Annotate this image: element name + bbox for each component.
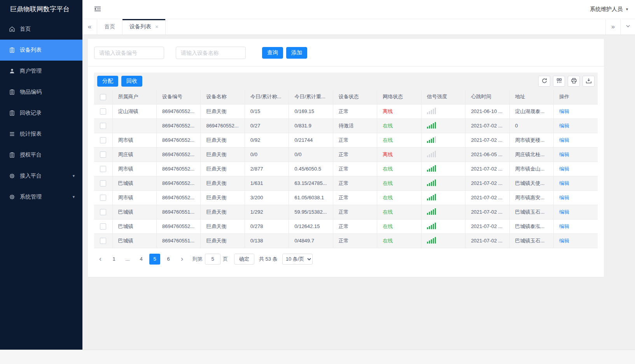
column-header: 今日/累计重... [289,90,333,104]
action-cell: 编辑 [554,205,598,219]
assign-button[interactable]: 分配 [97,76,118,87]
sidebar-item-system-management[interactable]: 系统管理▼ [0,186,82,207]
horizontal-scrollbar-track[interactable] [0,350,635,364]
signal-strength-indicator [427,150,436,157]
confirm-goto-button[interactable]: 确定 [234,254,254,265]
edit-link[interactable]: 编辑 [559,108,569,114]
table-row: 巴城镇8694760551...巨鼎天衡0/1380/4849.7正常在线202… [94,233,598,248]
next-page-button[interactable]: › [177,254,187,265]
sidebar-item-statistics-report[interactable]: 统计报表 [0,124,82,145]
edit-link[interactable]: 编辑 [559,152,569,157]
pagination: ‹ 1...456 › 到第 页 确定 共 53 条 10 条/页 [94,248,598,271]
page-size-select[interactable]: 10 条/页 [282,254,313,265]
page-button-6[interactable]: 6 [163,254,174,265]
edit-link[interactable]: 编辑 [559,238,569,244]
column-header: 心跳时间 [465,90,509,104]
sidebar-item-recycle-records[interactable]: 回收记录 [0,103,82,124]
today-total-count-cell: 0/92 [245,133,289,147]
device-number-input[interactable] [94,47,164,59]
row-checkbox[interactable] [100,152,106,158]
tab-首页[interactable]: 首页 [97,19,122,35]
search-bar: 查询 添加 [88,39,604,66]
action-cell: 编辑 [554,147,598,162]
close-icon[interactable]: × [155,24,158,30]
column-settings-button[interactable] [553,76,565,87]
goto-page-input[interactable] [205,254,220,265]
today-total-count-cell: 0/138 [245,233,289,248]
scroll-tabs-right-button[interactable]: » [605,19,620,35]
row-checkbox[interactable] [100,195,106,201]
device-name-cell: 巨鼎天衡 [201,147,245,162]
row-checkbox[interactable] [100,238,106,244]
signal-strength-indicator [427,179,436,186]
address-cell: 周市镇更楼... [509,133,553,147]
edit-link[interactable]: 编辑 [559,195,569,200]
double-chevron-left-icon: « [88,23,91,31]
edit-link[interactable]: 编辑 [559,209,569,215]
device-name-input[interactable] [176,47,246,59]
action-cell: 编辑 [554,176,598,190]
row-checkbox[interactable] [100,166,106,172]
edit-link[interactable]: 编辑 [559,123,569,129]
sidebar-item-label: 系统管理 [20,193,42,200]
row-select-cell [94,162,112,176]
sidebar-item-authorization-platform[interactable]: 授权平台 [0,145,82,165]
edit-link[interactable]: 编辑 [559,180,569,186]
sidebar-item-device-list[interactable]: 设备列表 [0,40,82,61]
device-status-cell: 正常 [333,162,377,176]
page-ellipsis[interactable]: ... [122,254,133,265]
row-select-cell [94,176,112,190]
device-status-cell: 正常 [333,104,377,118]
address-cell: 周市镇惠安... [509,190,553,205]
caret-down-icon: ▼ [72,195,75,199]
add-button[interactable]: 添加 [286,47,307,59]
merchant-cell: 巴城镇 [112,233,156,248]
row-checkbox[interactable] [100,108,106,115]
goto-label: 到第 [192,256,203,263]
select-all-checkbox[interactable] [100,94,106,100]
collapse-sidebar-button[interactable] [94,6,101,13]
page-button-4[interactable]: 4 [136,254,147,265]
print-button[interactable] [568,76,580,87]
page-button-5[interactable]: 5 [149,254,160,265]
edit-link[interactable]: 编辑 [559,223,569,229]
prev-page-button[interactable]: ‹ [95,254,106,265]
signal-strength-cell [421,233,465,248]
today-total-weight-cell: 0/21744 [289,133,333,147]
signal-strength-cell [421,205,465,219]
page-unit-label: 页 [223,256,228,263]
row-checkbox[interactable] [100,209,106,215]
sidebar-item-access-platform[interactable]: 接入平台▼ [0,165,82,186]
tab-设备列表[interactable]: 设备列表× [122,19,166,35]
export-button[interactable] [583,76,595,87]
sidebar-item-home[interactable]: 首页 [0,19,82,40]
table-row: 巴城镇8694760552...巨鼎天衡0/2780/12642.15正常在线2… [94,219,598,233]
sidebar-item-item-code[interactable]: 物品编码 [0,82,82,103]
edit-link[interactable]: 编辑 [559,137,569,143]
tab-options-button[interactable] [620,19,635,35]
sidebar-item-label: 设备列表 [20,47,42,54]
scroll-tabs-left-button[interactable]: « [82,19,97,35]
edit-link[interactable]: 编辑 [559,166,569,172]
sidebar-item-label: 物品编码 [20,89,42,96]
user-role-label: 系统维护人员 [590,6,623,13]
heartbeat-time-cell: 2021-07-02 ... [465,133,509,147]
row-checkbox[interactable] [100,180,106,186]
heartbeat-time-cell: 2021-07-02 ... [465,190,509,205]
query-button[interactable]: 查询 [262,47,283,59]
sidebar-item-label: 商户管理 [20,68,42,75]
row-checkbox[interactable] [100,137,106,143]
sidebar-item-label: 统计报表 [20,131,42,138]
sidebar-item-merchant-management[interactable]: 商户管理 [0,61,82,82]
sidebar-item-label: 首页 [20,26,31,33]
recycle-button[interactable]: 回收 [121,76,142,87]
signal-strength-cell [421,190,465,205]
page-button-1[interactable]: 1 [108,254,119,265]
row-checkbox[interactable] [100,223,106,230]
column-header: 今日/累计称... [245,90,289,104]
user-menu[interactable]: 系统维护人员 ▼ [590,6,629,13]
row-checkbox[interactable] [100,123,106,129]
signal-strength-cell [421,219,465,233]
refresh-button[interactable] [538,76,550,87]
table-header: 所属商户设备编号设备名称今日/累计称...今日/累计重...设备状态网络状态信号… [94,90,598,104]
